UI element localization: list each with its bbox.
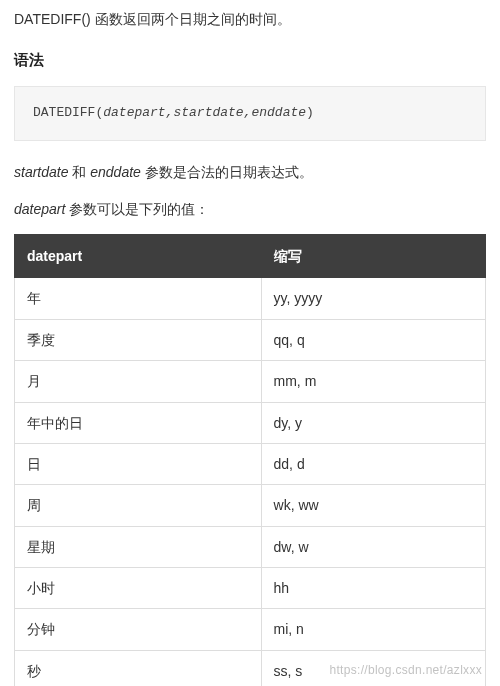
datepart-table: datepart 缩写 年yy, yyyy 季度qq, q 月mm, m 年中的… xyxy=(14,234,486,686)
table-header-datepart: datepart xyxy=(15,234,262,277)
cell-abbrev: dd, d xyxy=(261,443,485,484)
note-startdate-enddate: startdate 和 enddate 参数是合法的日期表达式。 xyxy=(14,161,486,183)
cell-datepart: 年 xyxy=(15,278,262,319)
note1-mid: 和 xyxy=(68,164,90,180)
cell-datepart: 月 xyxy=(15,361,262,402)
cell-datepart: 星期 xyxy=(15,526,262,567)
table-header-abbrev: 缩写 xyxy=(261,234,485,277)
syntax-args: datepart,startdate,enddate xyxy=(103,105,306,120)
table-row: 分钟mi, n xyxy=(15,609,486,650)
syntax-close: ) xyxy=(306,105,314,120)
note2-em: datepart xyxy=(14,201,65,217)
cell-abbrev: dw, w xyxy=(261,526,485,567)
syntax-heading: 语法 xyxy=(14,48,486,72)
cell-abbrev: mi, n xyxy=(261,609,485,650)
syntax-fn: DATEDIFF xyxy=(33,105,95,120)
cell-abbrev: qq, q xyxy=(261,319,485,360)
table-row: 周wk, ww xyxy=(15,485,486,526)
table-row: 月mm, m xyxy=(15,361,486,402)
cell-abbrev: dy, y xyxy=(261,402,485,443)
syntax-code-block: DATEDIFF(datepart,startdate,enddate) xyxy=(14,86,486,141)
table-header-row: datepart 缩写 xyxy=(15,234,486,277)
table-row: 星期dw, w xyxy=(15,526,486,567)
cell-datepart: 小时 xyxy=(15,568,262,609)
table-row: 年中的日dy, y xyxy=(15,402,486,443)
cell-abbrev: mm, m xyxy=(261,361,485,402)
cell-datepart: 分钟 xyxy=(15,609,262,650)
note1-em2: enddate xyxy=(90,164,141,180)
cell-datepart: 周 xyxy=(15,485,262,526)
note-datepart: datepart 参数可以是下列的值： xyxy=(14,198,486,220)
table-row: 日dd, d xyxy=(15,443,486,484)
table-row: 小时hh xyxy=(15,568,486,609)
cell-datepart: 年中的日 xyxy=(15,402,262,443)
cell-abbrev: hh xyxy=(261,568,485,609)
cell-abbrev: wk, ww xyxy=(261,485,485,526)
cell-abbrev: yy, yyyy xyxy=(261,278,485,319)
note1-em1: startdate xyxy=(14,164,68,180)
cell-datepart: 日 xyxy=(15,443,262,484)
intro-text: DATEDIFF() 函数返回两个日期之间的时间。 xyxy=(14,8,486,30)
table-row: 秒ss, s xyxy=(15,650,486,686)
cell-datepart: 季度 xyxy=(15,319,262,360)
note1-post: 参数是合法的日期表达式。 xyxy=(141,164,313,180)
note2-post: 参数可以是下列的值： xyxy=(65,201,209,217)
table-row: 季度qq, q xyxy=(15,319,486,360)
cell-abbrev: ss, s xyxy=(261,650,485,686)
cell-datepart: 秒 xyxy=(15,650,262,686)
table-row: 年yy, yyyy xyxy=(15,278,486,319)
